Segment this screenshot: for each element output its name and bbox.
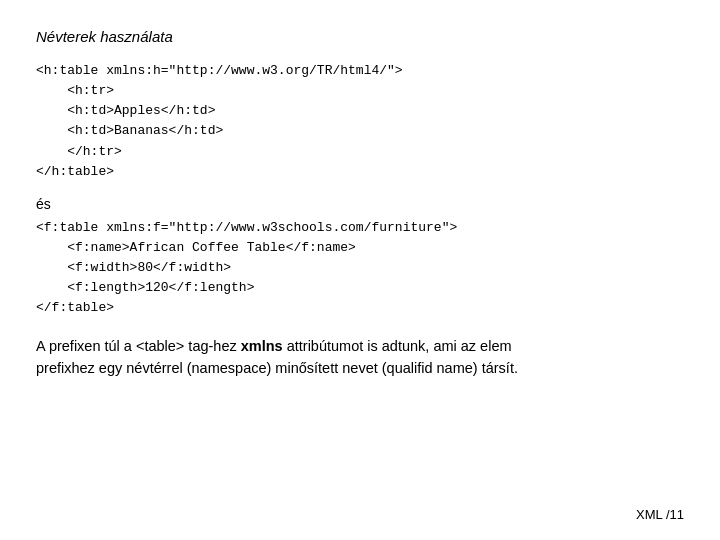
code-line: </f:table> — [36, 298, 684, 318]
description-text-line1: A prefixen túl a <table> tag-hez xmlns a… — [36, 338, 512, 354]
code-line: <h:table xmlns:h="http://www.w3.org/TR/h… — [36, 61, 684, 81]
code-line: </h:tr> — [36, 142, 684, 162]
page-title: Névterek használata — [36, 28, 684, 45]
page: Névterek használata <h:table xmlns:h="ht… — [0, 0, 720, 540]
description: A prefixen túl a <table> tag-hez xmlns a… — [36, 335, 684, 380]
code-block-1: <h:table xmlns:h="http://www.w3.org/TR/h… — [36, 61, 684, 182]
code-line: <f:length>120</f:length> — [36, 278, 684, 298]
page-number: XML /11 — [636, 507, 684, 522]
code-line: <h:tr> — [36, 81, 684, 101]
description-bold: xmlns — [241, 338, 283, 354]
code-line: </h:table> — [36, 162, 684, 182]
code-line: <f:table xmlns:f="http://www.w3schools.c… — [36, 218, 684, 238]
code-line: <h:td>Bananas</h:td> — [36, 121, 684, 141]
code-line: <h:td>Apples</h:td> — [36, 101, 684, 121]
code-line: <f:width>80</f:width> — [36, 258, 684, 278]
separator-text: és — [36, 196, 684, 212]
code-block-2: <f:table xmlns:f="http://www.w3schools.c… — [36, 218, 684, 319]
description-text-line2: prefixhez egy névtérrel (namespace) minő… — [36, 360, 518, 376]
code-line: <f:name>African Coffee Table</f:name> — [36, 238, 684, 258]
